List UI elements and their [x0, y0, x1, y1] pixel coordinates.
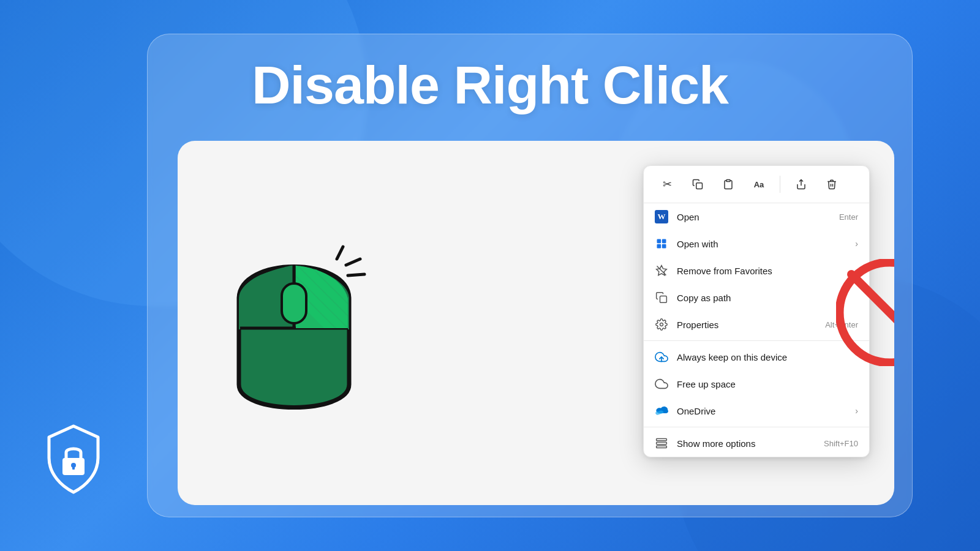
onedrive-label: OneDrive: [677, 406, 846, 416]
open-label: Open: [677, 212, 831, 222]
star-icon: [655, 264, 668, 277]
svg-line-11: [337, 247, 343, 259]
svg-point-24: [660, 323, 663, 326]
cut-button[interactable]: ✂: [655, 172, 679, 197]
svg-rect-2: [72, 465, 75, 470]
remove-favorites-label: Remove from Favorites: [677, 266, 858, 276]
context-menu-icons-row: ✂ Aa: [644, 166, 869, 203]
always-keep-menu-item[interactable]: Always keep on this device: [644, 343, 869, 370]
more-options-label: Show more options: [677, 438, 815, 449]
onedrive-icon: [655, 404, 668, 418]
svg-rect-23: [660, 296, 667, 303]
mouse-illustration: [208, 195, 417, 452]
page-title: Disable Right Click: [0, 58, 980, 112]
copy-button[interactable]: [685, 172, 710, 197]
open-shortcut: Enter: [839, 212, 858, 222]
rename-button[interactable]: Aa: [747, 172, 771, 197]
svg-rect-10: [282, 283, 306, 323]
svg-rect-26: [657, 439, 667, 441]
open-with-label: Open with: [677, 239, 846, 249]
more-options-menu-item[interactable]: Show more options Shift+F10: [644, 430, 869, 457]
no-entry-sign: [836, 259, 894, 366]
svg-line-12: [346, 259, 360, 265]
properties-menu-item[interactable]: Properties Alt+Enter: [644, 311, 869, 338]
remove-favorites-menu-item[interactable]: Remove from Favorites: [644, 257, 869, 284]
svg-rect-19: [657, 244, 662, 249]
open-with-arrow: ›: [855, 239, 858, 249]
delete-button[interactable]: [820, 172, 844, 197]
cloud-sync-icon: [655, 350, 668, 364]
properties-label: Properties: [677, 320, 816, 330]
free-space-menu-item[interactable]: Free up space: [644, 370, 869, 397]
share-button[interactable]: [789, 172, 813, 197]
open-with-icon: [655, 237, 668, 250]
onedrive-arrow: ›: [855, 406, 858, 416]
icon-row-divider: [780, 176, 780, 193]
open-menu-item[interactable]: W Open Enter: [644, 203, 869, 230]
cloud-icon: [655, 377, 668, 391]
svg-line-30: [851, 274, 894, 351]
onedrive-menu-item[interactable]: OneDrive ›: [644, 397, 869, 424]
shield-lock-icon: [34, 420, 113, 502]
open-with-menu-item[interactable]: Open with ›: [644, 230, 869, 257]
paste-button[interactable]: [716, 172, 741, 197]
svg-rect-15: [726, 180, 730, 182]
more-options-shortcut: Shift+F10: [824, 439, 858, 448]
always-keep-label: Always keep on this device: [677, 352, 858, 362]
svg-rect-20: [662, 244, 666, 249]
svg-rect-18: [662, 239, 666, 244]
word-icon: W: [655, 210, 668, 223]
properties-icon: [655, 318, 668, 331]
svg-rect-28: [657, 446, 667, 448]
svg-rect-27: [657, 442, 667, 444]
copy-path-label: Copy as path: [677, 293, 858, 303]
free-space-label: Free up space: [677, 379, 858, 389]
more-options-icon: [655, 437, 668, 450]
copy-path-icon: [655, 291, 668, 304]
svg-rect-17: [657, 239, 662, 244]
svg-line-13: [348, 274, 364, 276]
separator-1: [644, 340, 869, 341]
copy-path-menu-item[interactable]: Copy as path: [644, 284, 869, 311]
svg-rect-14: [696, 183, 703, 189]
content-area: ✂ Aa: [178, 141, 894, 505]
separator-2: [644, 427, 869, 427]
